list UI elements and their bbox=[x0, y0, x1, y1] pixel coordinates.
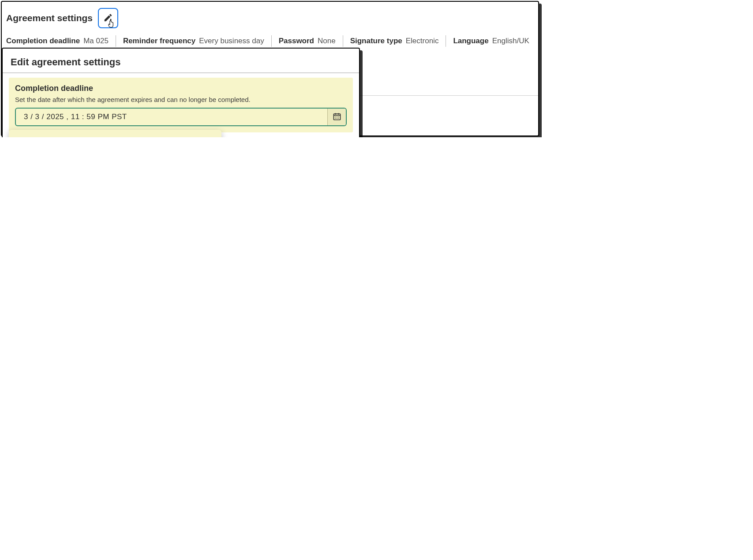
edit-settings-button[interactable] bbox=[98, 8, 118, 28]
summary-completion-deadline: Completion deadline Ma 025 bbox=[6, 37, 109, 45]
section-desc: Set the date after which the agreement e… bbox=[15, 96, 347, 103]
pencil-icon bbox=[103, 13, 113, 24]
summary-label: Signature type bbox=[350, 37, 402, 45]
divider bbox=[271, 35, 272, 47]
divider bbox=[343, 35, 343, 47]
summary-value: None bbox=[318, 37, 336, 45]
summary-value: Every business day bbox=[199, 37, 264, 45]
summary-label: Language bbox=[453, 37, 488, 45]
calendar-popup: March 2025 S M T W T F S bbox=[9, 130, 221, 137]
header-row: Agreement settings bbox=[2, 2, 538, 32]
summary-label: Completion deadline bbox=[6, 37, 80, 45]
calendar-toggle-button[interactable] bbox=[327, 109, 346, 125]
summary-value: English/UK bbox=[492, 37, 529, 45]
summary-label: Password bbox=[279, 37, 314, 45]
summary-language: Language English/UK bbox=[453, 37, 529, 45]
edit-settings-modal: Edit agreement settings Completion deadl… bbox=[2, 48, 360, 137]
completion-deadline-section: Completion deadline Set the date after w… bbox=[9, 78, 353, 132]
divider bbox=[116, 35, 116, 47]
agreement-settings-panel: Agreement settings Completion deadline M… bbox=[1, 1, 539, 136]
deadline-datetime-input[interactable]: 3 / 3 / 2025 , 11 : 59 PM PST bbox=[15, 108, 347, 126]
page-title: Agreement settings bbox=[6, 13, 93, 23]
summary-label: Reminder frequency bbox=[123, 37, 195, 45]
calendar-icon bbox=[333, 112, 341, 122]
modal-body: Completion deadline Set the date after w… bbox=[3, 73, 359, 137]
deadline-datetime-value[interactable]: 3 / 3 / 2025 , 11 : 59 PM PST bbox=[16, 109, 327, 125]
summary-sigtype: Signature type Electronic bbox=[350, 37, 439, 45]
divider bbox=[446, 35, 446, 47]
summary-reminder: Reminder frequency Every business day bbox=[123, 37, 264, 45]
section-title: Completion deadline bbox=[15, 84, 347, 93]
summary-value: Ma 025 bbox=[83, 37, 109, 45]
modal-title: Edit agreement settings bbox=[3, 49, 359, 73]
summary-password: Password None bbox=[279, 37, 336, 45]
summary-value: Electronic bbox=[406, 37, 439, 45]
